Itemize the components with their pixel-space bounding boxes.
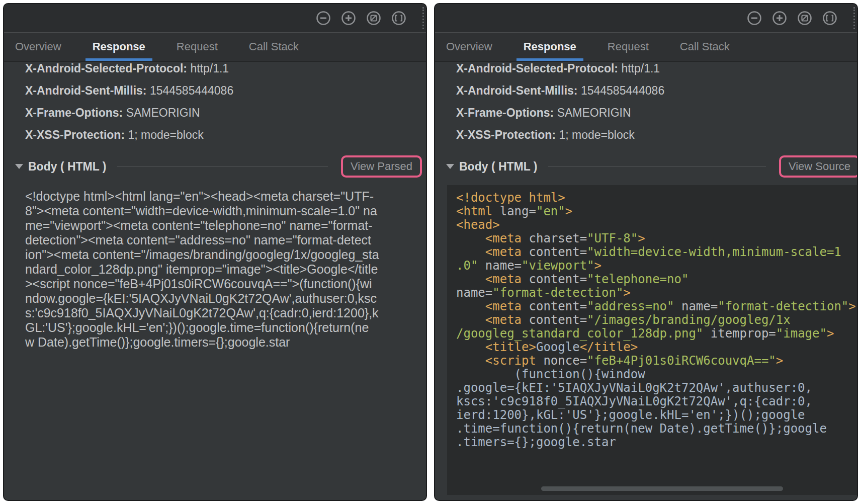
response-body-parsed: <!doctype html><html lang="en"><head><me…	[25, 189, 426, 350]
header-row: X-Android-Sent-Millis1544585444086	[25, 79, 426, 102]
tab-request[interactable]: Request	[177, 33, 218, 61]
body-section-header: Body ( HTML ) View Source	[446, 154, 853, 179]
tab-call-stack[interactable]: Call Stack	[680, 33, 730, 61]
pink-callout-annotation: View Source	[779, 155, 857, 178]
zoom-in-button[interactable]	[771, 10, 788, 27]
reset-zoom-button[interactable]	[365, 10, 382, 27]
header-row: X-Android-Sent-Millis1544585444086	[456, 79, 857, 102]
header-row: X-XSS-Protection1; mode=block	[456, 124, 857, 146]
response-body-source: <!doctype html><html lang="en"><head> <m…	[447, 185, 857, 495]
zoom-in-icon	[771, 10, 788, 27]
body-section-title: Body ( HTML )	[459, 160, 537, 174]
body-section-header: Body ( HTML ) View Parsed	[15, 154, 422, 179]
view-parsed-button[interactable]: View Parsed	[351, 160, 412, 173]
zoom-out-icon	[315, 10, 332, 27]
header-row: X-Frame-OptionsSAMEORIGIN	[456, 102, 857, 124]
section-divider	[548, 166, 765, 167]
detail-tabs: Overview Response Request Call Stack	[435, 33, 857, 62]
zoom-out-button[interactable]	[315, 10, 332, 27]
panel-drag-handle[interactable]	[853, 7, 855, 29]
collapse-triangle-icon[interactable]	[15, 164, 23, 169]
response-content: X-Android-Selected-Protocolhttp/1.1 X-An…	[435, 62, 857, 500]
zoom-in-button[interactable]	[340, 10, 357, 27]
response-headers-list: X-Android-Selected-Protocolhttp/1.1 X-An…	[25, 62, 426, 146]
tab-request[interactable]: Request	[608, 33, 649, 61]
body-section-title: Body ( HTML )	[28, 160, 106, 174]
profiler-toolbar	[4, 4, 426, 33]
panel-drag-handle[interactable]	[422, 7, 424, 29]
zoom-out-button[interactable]	[746, 10, 763, 27]
reset-zoom-icon	[365, 10, 382, 27]
zoom-out-icon	[746, 10, 763, 27]
response-headers-list: X-Android-Selected-Protocolhttp/1.1 X-An…	[456, 62, 857, 146]
header-row: X-Frame-OptionsSAMEORIGIN	[25, 102, 426, 124]
pink-callout-annotation: View Parsed	[341, 155, 422, 178]
reset-zoom-icon	[796, 10, 813, 27]
section-divider	[117, 166, 327, 167]
zoom-in-icon	[340, 10, 357, 27]
response-content: X-Android-Selected-Protocolhttp/1.1 X-An…	[4, 62, 426, 500]
horizontal-scrollbar-thumb[interactable]	[541, 486, 783, 491]
profiler-toolbar	[435, 4, 857, 33]
zoom-to-selection-icon	[390, 10, 407, 27]
header-row: X-Android-Selected-Protocolhttp/1.1	[456, 62, 857, 79]
reset-zoom-button[interactable]	[796, 10, 813, 27]
zoom-to-selection-button[interactable]	[821, 10, 838, 27]
detail-tabs: Overview Response Request Call Stack	[4, 33, 426, 62]
network-response-panel-parsed: Overview Response Request Call Stack X-A…	[3, 3, 427, 501]
tab-overview[interactable]: Overview	[15, 33, 61, 61]
view-source-button[interactable]: View Source	[789, 160, 850, 173]
tab-call-stack[interactable]: Call Stack	[249, 33, 299, 61]
tab-response[interactable]: Response	[524, 33, 576, 61]
header-row: X-Android-Selected-Protocolhttp/1.1	[25, 62, 426, 79]
header-row: X-XSS-Protection1; mode=block	[25, 124, 426, 146]
collapse-triangle-icon[interactable]	[446, 164, 454, 169]
tab-overview[interactable]: Overview	[446, 33, 492, 61]
connection-details-split-view: Overview Response Request Call Stack X-A…	[0, 0, 861, 504]
network-response-panel-source: Overview Response Request Call Stack X-A…	[434, 3, 858, 501]
tab-response[interactable]: Response	[93, 33, 145, 61]
response-body-source-code: <!doctype html><html lang="en"><head> <m…	[456, 191, 857, 449]
zoom-to-selection-icon	[821, 10, 838, 27]
zoom-to-selection-button[interactable]	[390, 10, 407, 27]
